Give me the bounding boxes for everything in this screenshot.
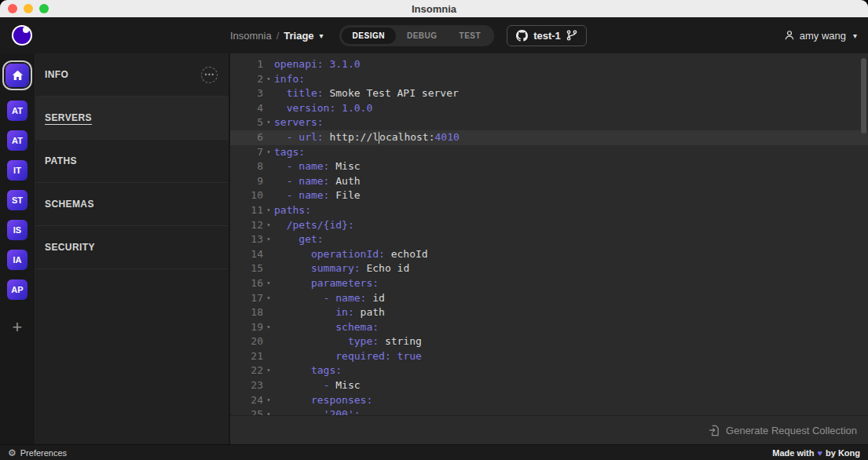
code-text: openapi: 3.1.0 [274, 57, 868, 72]
spec-sidebar: INFO⋯SERVERSPATHSSCHEMASSECURITY [35, 53, 229, 444]
spec-code-editor[interactable]: 1openapi: 3.1.02▾info:3 title: Smoke Tes… [230, 53, 868, 415]
project-badge-7-ap[interactable]: AP [7, 279, 27, 300]
close-window-button[interactable] [8, 4, 17, 13]
status-footer: ⚙ Preferences Made with ♥ by Kong [0, 444, 868, 460]
breadcrumb[interactable]: Insomnia / Triage ▾ [230, 30, 324, 42]
item-menu-icon[interactable]: ⋯ [201, 67, 218, 83]
code-line[interactable]: 11▾paths: [230, 203, 868, 218]
line-number: 4 [230, 101, 263, 116]
breadcrumb-workspace[interactable]: Triage [284, 30, 313, 42]
code-text: '200': [274, 407, 868, 415]
code-line[interactable]: 9 - name: Auth [230, 174, 868, 189]
code-text: in: path [274, 305, 868, 320]
fold-arrow-icon[interactable]: ▾ [263, 115, 274, 130]
line-number: 9 [230, 174, 263, 189]
code-line[interactable]: 23 - Misc [230, 378, 868, 393]
heart-icon: ♥ [817, 448, 822, 458]
code-line[interactable]: 4 version: 1.0.0 [230, 101, 868, 116]
sidebar-item-label: INFO [45, 69, 68, 80]
code-line[interactable]: 8 - name: Misc [230, 159, 868, 174]
minimize-window-button[interactable] [24, 4, 33, 13]
project-badge-4-st[interactable]: ST [7, 190, 27, 210]
home-button[interactable] [5, 64, 29, 87]
fold-gutter [263, 159, 274, 174]
code-line[interactable]: 20 type: string [230, 334, 868, 349]
line-number: 18 [230, 305, 263, 320]
fold-gutter [263, 334, 274, 349]
code-line[interactable]: 7▾tags: [230, 145, 868, 160]
code-line[interactable]: 14 operationId: echoId [230, 247, 868, 262]
line-number: 11 [230, 203, 263, 218]
user-menu[interactable]: amy wang ▾ [784, 30, 857, 42]
chevron-down-icon[interactable]: ▾ [320, 31, 324, 40]
code-line[interactable]: 3 title: Smoke Test API server [230, 86, 868, 101]
code-text: responses: [274, 393, 868, 408]
user-icon [784, 30, 795, 41]
code-line[interactable]: 5▾servers: [230, 115, 868, 130]
fold-gutter [263, 378, 274, 393]
zoom-window-button[interactable] [39, 4, 49, 13]
project-badge-2-at[interactable]: AT [7, 130, 27, 151]
code-text: tags: [274, 363, 868, 378]
line-number: 7 [230, 145, 263, 160]
preferences-button[interactable]: ⚙ Preferences [8, 447, 67, 458]
fold-gutter [263, 57, 274, 72]
fold-arrow-icon[interactable]: ▾ [263, 320, 274, 335]
code-line[interactable]: 12▾ /pets/{id}: [230, 218, 868, 233]
add-organization-button[interactable]: + [13, 319, 23, 336]
code-text: - Misc [274, 378, 868, 393]
code-line[interactable]: 6 - url: http://localhost:4010 [230, 130, 868, 145]
fold-arrow-icon[interactable]: ▾ [263, 72, 274, 87]
sidebar-item-info[interactable]: INFO⋯ [35, 53, 229, 97]
fold-arrow-icon[interactable]: ▾ [263, 232, 274, 247]
code-line[interactable]: 25▾ '200': [230, 407, 868, 415]
main-content: ATATITSTISIAAP + INFO⋯SERVERSPATHSSCHEMA… [0, 53, 868, 444]
sidebar-item-label: SECURITY [45, 242, 95, 253]
project-badge-1-at[interactable]: AT [7, 100, 27, 121]
code-line[interactable]: 2▾info: [230, 72, 868, 87]
project-badge-3-it[interactable]: IT [7, 160, 27, 181]
git-branch-icon [566, 30, 577, 41]
git-branch-button[interactable]: test-1 [507, 25, 587, 46]
code-line[interactable]: 24▾ responses: [230, 393, 868, 408]
insomnia-logo-icon[interactable] [11, 24, 33, 46]
generate-request-collection-button[interactable]: Generate Request Collection [726, 425, 857, 436]
code-line[interactable]: 13▾ get: [230, 232, 868, 247]
code-line[interactable]: 16▾ parameters: [230, 276, 868, 291]
code-text: operationId: echoId [274, 247, 868, 262]
code-line[interactable]: 1openapi: 3.1.0 [230, 57, 868, 72]
fold-arrow-icon[interactable]: ▾ [263, 363, 274, 378]
code-line[interactable]: 15 summary: Echo id [230, 261, 868, 276]
line-number: 22 [230, 363, 263, 378]
tab-design[interactable]: DESIGN [342, 27, 396, 44]
sidebar-item-security[interactable]: SECURITY [35, 226, 229, 269]
fold-arrow-icon[interactable]: ▾ [263, 291, 274, 306]
tab-test[interactable]: TEST [449, 27, 493, 44]
code-text: - url: http://localhost:4010 [274, 130, 868, 145]
sidebar-item-paths[interactable]: PATHS [35, 140, 229, 183]
gear-icon: ⚙ [8, 447, 16, 458]
sidebar-item-schemas[interactable]: SCHEMAS [35, 183, 229, 226]
fold-arrow-icon[interactable]: ▾ [263, 218, 274, 233]
code-line[interactable]: 19▾ schema: [230, 320, 868, 335]
code-line[interactable]: 17▾ - name: id [230, 291, 868, 306]
code-line[interactable]: 21 required: true [230, 349, 868, 364]
code-line[interactable]: 10 - name: File [230, 188, 868, 203]
fold-arrow-icon[interactable]: ▾ [263, 203, 274, 218]
code-text: summary: Echo id [274, 261, 868, 276]
fold-arrow-icon[interactable]: ▾ [263, 393, 274, 408]
sidebar-item-servers[interactable]: SERVERS [35, 97, 229, 140]
code-line[interactable]: 18 in: path [230, 305, 868, 320]
project-badge-5-is[interactable]: IS [7, 220, 27, 240]
project-badge-6-ia[interactable]: IA [7, 250, 27, 270]
editor-scrollbar[interactable] [861, 58, 866, 133]
line-number: 2 [230, 72, 263, 87]
made-with-kong: Made with ♥ by Kong [772, 448, 860, 458]
fold-arrow-icon[interactable]: ▾ [263, 145, 274, 160]
tab-debug[interactable]: DEBUG [396, 27, 449, 44]
code-line[interactable]: 22▾ tags: [230, 363, 868, 378]
line-number: 15 [230, 261, 263, 276]
made-with-label: Made with [772, 448, 814, 458]
fold-arrow-icon[interactable]: ▾ [263, 276, 274, 291]
fold-arrow-icon[interactable]: ▾ [263, 407, 274, 415]
